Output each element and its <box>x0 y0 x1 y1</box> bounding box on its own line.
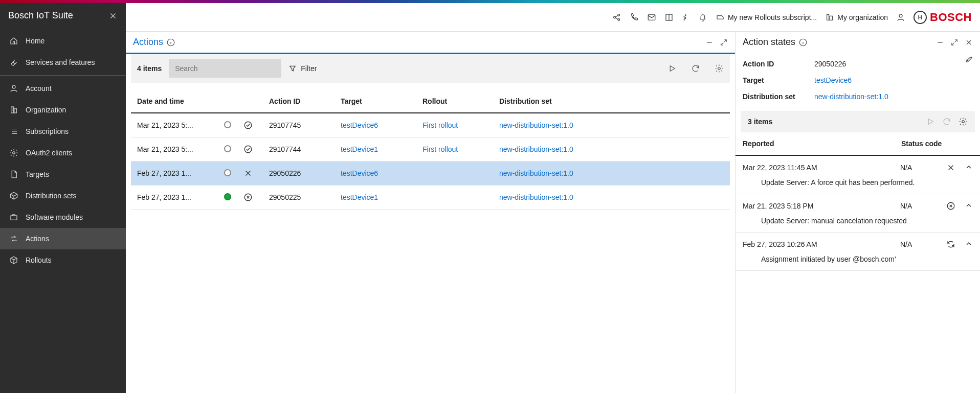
sidebar: Bosch IoT Suite HomeServices and feature… <box>0 3 126 393</box>
user-icon[interactable] <box>896 13 905 22</box>
refresh-icon[interactable] <box>691 64 700 73</box>
building-icon <box>9 105 18 114</box>
organization-label: My organization <box>837 13 888 21</box>
sidebar-item-subscriptions[interactable]: Subscriptions <box>0 121 126 142</box>
state-row[interactable]: Mar 21, 2023 5:18 PMN/AUpdate Server: ma… <box>736 194 980 233</box>
states-toolbar: 3 items <box>741 111 975 132</box>
col-status[interactable]: Status code <box>901 140 973 148</box>
svg-point-12 <box>899 14 902 17</box>
table-row[interactable]: Mar 21, 2023 5:...29107745testDevice6Fir… <box>131 113 730 137</box>
close-icon[interactable] <box>965 38 973 47</box>
search-input[interactable] <box>169 59 281 78</box>
actions-count: 4 items <box>137 64 162 73</box>
col-actionid[interactable]: Action ID <box>263 90 335 113</box>
sidebar-item-services-and-features[interactable]: Services and features <box>0 52 126 73</box>
svg-point-3 <box>13 152 15 154</box>
gear-icon[interactable] <box>959 117 968 126</box>
col-target[interactable]: Target <box>335 90 416 113</box>
sidebar-item-actions[interactable]: Actions <box>0 228 126 249</box>
legal-icon[interactable] <box>682 13 690 22</box>
col-rollout[interactable]: Rollout <box>416 90 493 113</box>
sidebar-item-oauth2-clients[interactable]: OAuth2 clients <box>0 142 126 164</box>
sidebar-item-organization[interactable]: Organization <box>0 99 126 121</box>
play-icon[interactable] <box>667 64 677 73</box>
chevron-up-icon[interactable] <box>965 240 973 249</box>
state-row[interactable]: Feb 27, 2023 10:26 AMN/AAssignment initi… <box>736 233 980 271</box>
close-icon[interactable] <box>108 11 118 20</box>
status-dot <box>224 145 231 152</box>
table-row[interactable]: Feb 27, 2023 1...29050225testDevice1new-… <box>131 186 730 210</box>
chevron-up-icon[interactable] <box>965 201 973 211</box>
book-icon[interactable] <box>664 13 674 22</box>
label-target: Target <box>743 76 814 84</box>
cell-rollout[interactable]: First rollout <box>422 145 458 153</box>
expand-icon[interactable] <box>950 38 959 47</box>
sidebar-item-label: Rollouts <box>26 256 52 264</box>
svg-point-16 <box>244 146 252 153</box>
expand-icon[interactable] <box>720 38 728 47</box>
bell-icon[interactable] <box>698 13 707 22</box>
mail-icon[interactable] <box>647 13 656 22</box>
states-count: 3 items <box>748 118 772 126</box>
svg-rect-2 <box>14 108 17 113</box>
package-icon <box>9 191 18 200</box>
state-message: Assignment initiated by user @bosch.com' <box>743 249 973 263</box>
action-states-panel: Action states Action ID 29050226 <box>736 32 980 393</box>
state-row[interactable]: Mar 22, 2023 11:45 AMN/AUpdate Server: A… <box>736 156 980 194</box>
status-dot <box>224 193 231 200</box>
sidebar-item-software-modules[interactable]: Software modules <box>0 206 126 228</box>
status-dot <box>224 121 231 128</box>
briefcase-icon <box>9 213 18 222</box>
cell-target[interactable]: testDevice1 <box>341 145 378 153</box>
minimize-icon[interactable] <box>705 38 714 47</box>
cell-dist[interactable]: new-distribution-set:1.0 <box>499 169 573 177</box>
state-message: Update Server: manual cancelation reques… <box>743 211 973 225</box>
sidebar-item-distribution-sets[interactable]: Distribution sets <box>0 185 126 206</box>
tools-icon[interactable] <box>965 55 974 64</box>
sidebar-item-label: Actions <box>26 235 49 243</box>
filter-button[interactable]: Filter <box>288 64 317 73</box>
cell-dist[interactable]: new-distribution-set:1.0 <box>499 193 573 201</box>
cell-rollout[interactable]: First rollout <box>422 121 458 129</box>
gear-icon[interactable] <box>715 64 724 73</box>
table-row[interactable]: Feb 27, 2023 1...29050226testDevice6new-… <box>131 161 730 186</box>
share-icon[interactable] <box>612 13 621 22</box>
cell-actionid: 29050226 <box>263 161 335 186</box>
sidebar-item-label: Services and features <box>26 58 95 66</box>
value-target[interactable]: testDevice6 <box>814 76 852 84</box>
cube-icon <box>9 256 18 265</box>
user-icon <box>9 84 18 93</box>
info-icon[interactable] <box>798 38 808 47</box>
organization-link[interactable]: My organization <box>825 13 888 21</box>
sidebar-item-label: Targets <box>26 170 49 178</box>
cell-dist[interactable]: new-distribution-set:1.0 <box>499 145 573 153</box>
cell-date: Mar 21, 2023 5:... <box>131 113 218 137</box>
col-dist[interactable]: Distribution set <box>493 90 730 113</box>
col-reported[interactable]: Reported <box>743 140 901 148</box>
state-reported: Mar 21, 2023 5:18 PM <box>743 202 900 210</box>
app-name: Bosch IoT Suite <box>8 10 73 21</box>
cell-dist[interactable]: new-distribution-set:1.0 <box>499 121 573 129</box>
cell-target[interactable]: testDevice6 <box>341 121 378 129</box>
sidebar-item-home[interactable]: Home <box>0 30 126 52</box>
chevron-up-icon[interactable] <box>965 163 973 172</box>
sidebar-item-account[interactable]: Account <box>0 78 126 99</box>
phone-icon[interactable] <box>630 13 639 22</box>
value-dist[interactable]: new-distribution-set:1.0 <box>814 93 888 101</box>
label-dist: Distribution set <box>743 93 814 101</box>
cell-target[interactable]: testDevice6 <box>341 169 378 177</box>
cell-target[interactable]: testDevice1 <box>341 193 378 201</box>
info-icon[interactable] <box>166 38 175 47</box>
filter-label: Filter <box>301 64 317 73</box>
states-title: Action states <box>743 37 808 48</box>
subscription-link[interactable]: My new Rollouts subscript... <box>716 13 817 21</box>
svg-rect-11 <box>830 16 832 20</box>
minimize-icon[interactable] <box>936 38 944 47</box>
brand-text: BOSCH <box>930 11 972 24</box>
table-row[interactable]: Mar 21, 2023 5:...29107744testDevice1Fir… <box>131 137 730 161</box>
col-date[interactable]: Date and time <box>131 90 218 113</box>
sidebar-item-targets[interactable]: Targets <box>0 164 126 185</box>
state-icon <box>243 121 257 130</box>
sidebar-item-rollouts[interactable]: Rollouts <box>0 249 126 271</box>
actions-panel: Actions 4 items Filter <box>126 32 736 393</box>
